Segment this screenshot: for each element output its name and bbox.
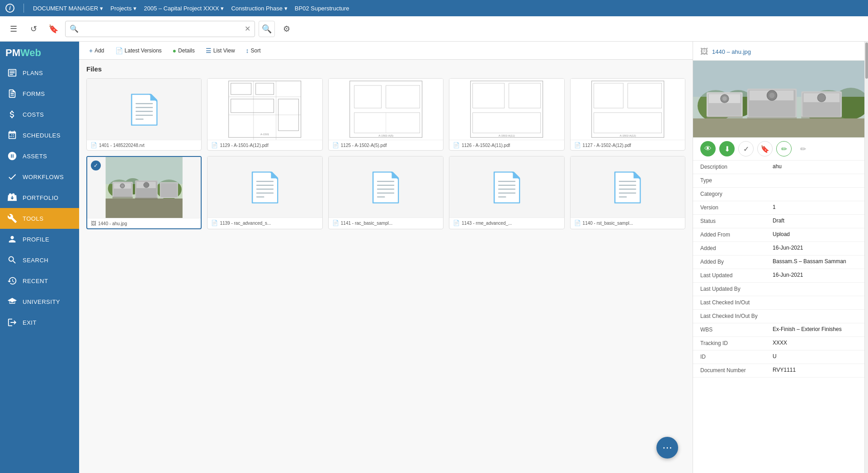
sidebar-item-forms[interactable]: FORMS — [0, 83, 79, 104]
file-card[interactable]: A-1501 📄 1129 - A-1501-A(12).pdf — [207, 78, 322, 151]
scrollbar-thumb[interactable] — [865, 43, 868, 79]
file-footer: 📄 1127 - A-1502-A(12).pdf — [571, 140, 685, 150]
file-thumbnail: A-1501 — [208, 79, 322, 140]
search-input[interactable] — [65, 21, 255, 37]
svg-rect-18 — [468, 79, 545, 140]
sort-button[interactable]: ↕ Sort — [241, 45, 265, 56]
svg-rect-48 — [135, 198, 158, 199]
bookmark-panel-button[interactable]: 🔖 — [757, 141, 773, 156]
file-thumbnail — [87, 157, 201, 218]
sidebar-item-search[interactable]: SEARCH — [0, 250, 79, 270]
assets-icon — [7, 151, 17, 161]
detail-row-status: Status Draft — [693, 215, 864, 228]
info-icon[interactable]: i — [5, 4, 14, 13]
document-icon: 📄 — [609, 173, 646, 202]
sidebar-item-workflows[interactable]: WORKFLOWS — [0, 166, 79, 187]
file-thumbnail: A-1502-A(12) — [571, 79, 685, 140]
file-footer: 📄 1139 - rac_advanced_s... — [208, 218, 322, 228]
filter-icon[interactable]: ⚙ — [278, 21, 295, 37]
costs-icon — [7, 109, 17, 119]
file-thumbnail: 📄 — [329, 156, 443, 218]
svg-point-68 — [817, 94, 826, 102]
sidebar-item-recent[interactable]: RECENT — [0, 270, 79, 291]
search-clear-icon[interactable]: ✕ — [245, 24, 250, 33]
edit-button[interactable]: ✏ — [776, 141, 792, 156]
selection-check-badge: ✓ — [91, 161, 101, 170]
svg-text:A-1502-A(12): A-1502-A(12) — [619, 134, 636, 137]
file-card[interactable]: 📄 📄 1141 - rac_basic_sampl... — [328, 156, 443, 229]
file-footer: 📄 1129 - A-1501-A(12).pdf — [208, 140, 322, 150]
view-button[interactable]: 👁 — [700, 141, 716, 156]
panel-header: 🖼 1440 – ahu.jpg — [693, 42, 864, 61]
add-button[interactable]: + Add — [85, 45, 109, 56]
workflows-icon — [7, 172, 17, 182]
file-thumbnail: 📄 — [571, 156, 685, 218]
svg-rect-71 — [747, 117, 797, 119]
sidebar-item-plans[interactable]: PLANS — [0, 62, 79, 83]
file-card[interactable]: 📄 📄 1139 - rac_advanced_s... — [207, 156, 322, 229]
detail-row-type: Type — [693, 174, 864, 188]
latest-versions-button[interactable]: 📄 Latest Versions — [111, 45, 166, 56]
sidebar-item-profile[interactable]: PROFILE — [0, 229, 79, 250]
zoom-icon[interactable]: 🔍 — [259, 21, 275, 37]
nav-capital-project[interactable]: 2005 – Capital Project XXXX ▾ — [144, 5, 224, 12]
svg-point-39 — [121, 184, 124, 187]
files-title: Files — [86, 65, 685, 73]
panel-actions: 👁 ⬇ ✓ 🔖 ✏ ✏ — [693, 137, 864, 161]
sidebar-item-portfolio[interactable]: PORTFOLIO — [0, 187, 79, 208]
svg-point-43 — [144, 182, 149, 188]
file-thumbnail: 📄 — [449, 156, 564, 218]
search-container: 🔍 ✕ — [65, 21, 255, 37]
sidebar-item-university[interactable]: UNIVERSITY — [0, 291, 79, 312]
panel-details: Description ahu Type Category Version 1 … — [693, 161, 864, 473]
portfolio-icon — [7, 193, 17, 203]
blueprint-image: A-1502-A(12) — [571, 79, 685, 140]
nav-projects[interactable]: Projects ▾ — [110, 5, 137, 12]
file-card[interactable]: A-1502-A(12) 📄 1127 - A-1502-A(12).pdf — [570, 78, 685, 151]
right-panel-scrollbar[interactable] — [864, 42, 868, 473]
pencil-button[interactable]: ✏ — [795, 141, 811, 156]
nav-construction-phase[interactable]: Construction Phase ▾ — [231, 5, 287, 12]
fab-button[interactable]: ⋯ — [656, 437, 678, 459]
svg-rect-46 — [106, 199, 183, 218]
sidebar-item-assets[interactable]: ASSETS — [0, 146, 79, 166]
sidebar-item-costs[interactable]: COSTS — [0, 104, 79, 125]
schedules-icon — [7, 130, 17, 140]
search-nav-icon — [7, 255, 17, 265]
svg-text:A-1501: A-1501 — [260, 133, 269, 136]
check-button[interactable]: ✓ — [738, 141, 754, 156]
detail-row-added-by: Added By Bassam.S – Bassam Samman — [693, 255, 864, 269]
nav-bp02[interactable]: BP02 Superstructure — [295, 5, 349, 12]
file-card[interactable]: 📄 📄 1401 - 1485220248.rvt — [86, 78, 202, 151]
list-view-button[interactable]: ☰ List View — [201, 45, 240, 56]
file-card[interactable]: A-1502-A(5) 📄 1125 - A-1502-A(5).pdf — [328, 78, 443, 151]
download-button[interactable]: ⬇ — [719, 141, 735, 156]
svg-point-59 — [722, 96, 727, 101]
undo-icon[interactable]: ↺ — [25, 21, 42, 37]
detail-row-last-updated: Last Updated 16-Jun-2021 — [693, 269, 864, 283]
file-card[interactable]: 📄 📄 1143 - rme_advanced_... — [449, 156, 564, 229]
file-card[interactable]: A-1502-A(11) 📄 1126 - A-1502-A(11).pdf — [449, 78, 564, 151]
details-button[interactable]: ● Details — [168, 45, 199, 56]
file-card[interactable]: 📄 📄 1140 - rst_basic_sampl... — [570, 156, 685, 229]
sidebar-item-exit[interactable]: EXIT — [0, 312, 79, 333]
file-card-selected[interactable]: ✓ — [86, 156, 202, 229]
document-icon: 📄 — [247, 173, 283, 202]
menu-icon[interactable]: ☰ — [5, 21, 22, 37]
file-thumbnail: 📄 — [87, 79, 201, 140]
detail-row-added-from: Added From Upload — [693, 228, 864, 242]
panel-filename-link[interactable]: 🖼 1440 – ahu.jpg — [700, 47, 857, 57]
file-thumbnail: A-1502-A(11) — [449, 79, 564, 140]
nav-document-manager[interactable]: DOCUMENT MANAGER ▾ — [33, 5, 103, 12]
file-footer: 📄 1143 - rme_advanced_... — [449, 218, 564, 228]
detail-row-tracking-id: Tracking ID XXXX — [693, 337, 864, 350]
sidebar-item-schedules[interactable]: SCHEDULES — [0, 125, 79, 146]
panel-ahu-photo — [693, 61, 864, 137]
svg-text:A-1502-A(11): A-1502-A(11) — [499, 134, 515, 137]
file-footer: 📄 1126 - A-1502-A(11).pdf — [449, 140, 564, 150]
document-icon: 📄 — [368, 173, 404, 202]
file-footer: 📄 1140 - rst_basic_sampl... — [571, 218, 685, 228]
sidebar-item-tools[interactable]: TOOLs — [0, 208, 79, 229]
bookmark-icon[interactable]: 🔖 — [45, 21, 61, 37]
detail-row-version: Version 1 — [693, 201, 864, 215]
